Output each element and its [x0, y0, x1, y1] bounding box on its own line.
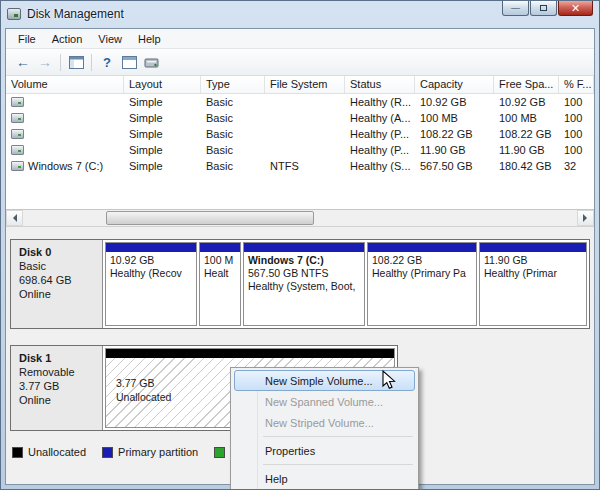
- volume-list: Volume Layout Type File System Status Ca…: [6, 76, 594, 210]
- partition-status: Healthy (Primar: [484, 267, 586, 280]
- disk-view-button[interactable]: [140, 51, 162, 73]
- scroll-left-button[interactable]: [6, 210, 23, 226]
- type-cell: Basic: [201, 96, 265, 108]
- partition-primary-2[interactable]: 11.90 GB Healthy (Primar: [479, 242, 587, 326]
- disk-0-row: Disk 0 Basic 698.64 GB Online 10.92 GB H…: [10, 239, 590, 329]
- partition-size: 10.92 GB: [110, 254, 196, 267]
- title-bar[interactable]: Disk Management — ✕: [1, 1, 599, 27]
- percent-free-cell: 100: [559, 96, 594, 108]
- disk-status: Online: [19, 393, 100, 407]
- partition-status: Healthy (System, Boot,: [248, 280, 364, 293]
- disk-kind: Basic: [19, 259, 100, 273]
- horizontal-scrollbar[interactable]: [6, 210, 594, 227]
- free-space-cell: 100 MB: [494, 112, 559, 124]
- partition-primary-1[interactable]: 108.22 GB Healthy (Primary Pa: [367, 242, 477, 326]
- volume-icon: [11, 113, 24, 123]
- primary-partition-swatch: [102, 447, 113, 458]
- column-header-percent-free[interactable]: % F...: [559, 76, 594, 93]
- percent-free-cell: 100: [559, 144, 594, 156]
- type-cell: Basic: [201, 160, 265, 172]
- column-header-volume[interactable]: Volume: [6, 76, 124, 93]
- partition-status: Healt: [204, 267, 240, 280]
- volume-cell: [6, 145, 124, 155]
- scroll-right-button[interactable]: [577, 210, 594, 226]
- disk-0-partitions: 10.92 GB Healthy (Recov 100 M Healt: [103, 240, 589, 328]
- column-header-free-space[interactable]: Free Spa...: [494, 76, 559, 93]
- percent-free-cell: 100: [559, 128, 594, 140]
- maximize-button[interactable]: [530, 1, 557, 16]
- column-header-type[interactable]: Type: [201, 76, 265, 93]
- forward-arrow-icon: →: [38, 55, 52, 69]
- disk-size: 698.64 GB: [19, 273, 100, 287]
- column-header-file-system[interactable]: File System: [265, 76, 345, 93]
- menu-view[interactable]: View: [90, 30, 130, 48]
- volume-icon: [11, 97, 24, 107]
- free-space-cell: 180.42 GB: [494, 160, 559, 172]
- mouse-cursor: [382, 370, 398, 392]
- menu-item-properties[interactable]: Properties: [234, 440, 415, 461]
- volume-icon: [11, 129, 24, 139]
- menu-item-help[interactable]: Help: [234, 468, 415, 489]
- table-row[interactable]: Windows 7 (C:) Simple Basic NTFS Healthy…: [6, 158, 594, 174]
- close-button[interactable]: ✕: [558, 1, 593, 16]
- status-cell: Healthy (A...: [345, 112, 415, 124]
- volume-cell: [6, 113, 124, 123]
- primary-partition-stripe: [368, 243, 476, 252]
- column-header-layout[interactable]: Layout: [124, 76, 201, 93]
- disk-management-window: Disk Management — ✕ File Action View Hel…: [0, 0, 600, 490]
- partition-status: Healthy (Primary Pa: [372, 267, 476, 280]
- minimize-button[interactable]: —: [502, 1, 529, 16]
- capacity-cell: 108.22 GB: [415, 128, 494, 140]
- table-row[interactable]: Simple Basic Healthy (R... 10.92 GB 10.9…: [6, 94, 594, 110]
- volume-icon: [11, 145, 24, 155]
- partition-windows-c[interactable]: Windows 7 (C:) 567.50 GB NTFS Healthy (S…: [243, 242, 365, 326]
- type-cell: Basic: [201, 112, 265, 124]
- table-row[interactable]: Simple Basic Healthy (P... 11.90 GB 11.9…: [6, 142, 594, 158]
- column-header-status[interactable]: Status: [345, 76, 415, 93]
- disk-0-card[interactable]: Disk 0 Basic 698.64 GB Online: [11, 240, 103, 328]
- scrollbar-thumb[interactable]: [106, 211, 314, 225]
- menu-help[interactable]: Help: [130, 30, 169, 48]
- volume-cell: Windows 7 (C:): [6, 160, 124, 172]
- disk-status: Online: [19, 287, 100, 301]
- window-controls: — ✕: [501, 1, 593, 16]
- capacity-cell: 567.50 GB: [415, 160, 494, 172]
- legend-label: Primary partition: [118, 446, 198, 458]
- toolbar-separator: [60, 54, 61, 71]
- console-tree-icon: [69, 56, 84, 69]
- menu-file[interactable]: File: [10, 30, 44, 48]
- free-space-swatch: [214, 447, 225, 458]
- partition-system-reserved[interactable]: 100 M Healt: [199, 242, 241, 326]
- menu-separator: [263, 464, 413, 465]
- table-row[interactable]: Simple Basic Healthy (P... 108.22 GB 108…: [6, 126, 594, 142]
- partition-recovery[interactable]: 10.92 GB Healthy (Recov: [105, 242, 197, 326]
- column-header-capacity[interactable]: Capacity: [415, 76, 494, 93]
- free-space-cell: 10.92 GB: [494, 96, 559, 108]
- forward-button[interactable]: →: [34, 51, 56, 73]
- disk-name: Disk 1: [19, 351, 100, 365]
- scroll-left-icon: [9, 214, 17, 222]
- menu-separator: [263, 436, 413, 437]
- file-system-cell: NTFS: [265, 160, 345, 172]
- percent-free-cell: 32: [559, 160, 594, 172]
- disk-1-card[interactable]: Disk 1 Removable 3.77 GB Online: [11, 346, 103, 430]
- unallocated-swatch: [12, 447, 23, 458]
- table-row[interactable]: Simple Basic Healthy (A... 100 MB 100 MB…: [6, 110, 594, 126]
- menu-action[interactable]: Action: [44, 30, 91, 48]
- partition-size: 108.22 GB: [372, 254, 476, 267]
- status-cell: Healthy (R...: [345, 96, 415, 108]
- back-arrow-icon: ←: [16, 55, 30, 69]
- volume-cell: [6, 129, 124, 139]
- layout-cell: Simple: [124, 96, 201, 108]
- layout-cell: Simple: [124, 128, 201, 140]
- disk-icon: [144, 56, 159, 69]
- console-tree-button[interactable]: [65, 51, 87, 73]
- legend-label: Unallocated: [28, 446, 86, 458]
- help-button[interactable]: ?: [96, 51, 118, 73]
- window-title: Disk Management: [27, 7, 124, 21]
- back-button[interactable]: ←: [12, 51, 34, 73]
- legend-item-unallocated: Unallocated: [12, 446, 86, 458]
- status-cell: Healthy (P...: [345, 128, 415, 140]
- partition-size: 567.50 GB NTFS: [248, 267, 364, 280]
- window-view-button[interactable]: [118, 51, 140, 73]
